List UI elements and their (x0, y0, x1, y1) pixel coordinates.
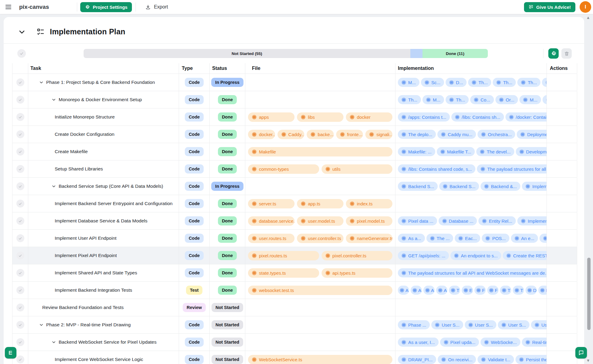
impl-pill[interactable]: Validate t... (478, 355, 514, 364)
impl-pill[interactable]: A (398, 286, 409, 295)
scroll-down-arrow[interactable]: ▼ (585, 359, 591, 362)
impl-pill[interactable]: Makefile: ... (398, 147, 435, 156)
impl-pill[interactable]: Developm... (516, 147, 547, 156)
impl-pill[interactable]: The deplo... (398, 130, 436, 139)
impl-pill[interactable]: DRAW_PI... (398, 355, 436, 364)
impl-pill[interactable]: Eac... (455, 234, 480, 243)
impl-pill[interactable]: The payload structures for all API and W… (398, 268, 547, 277)
impl-pill[interactable]: Phase ... (398, 320, 430, 329)
impl-pill[interactable]: On receivi... (438, 355, 476, 364)
impl-pill[interactable]: A (411, 286, 422, 295)
chevron-down-icon[interactable] (52, 340, 56, 344)
impl-pill[interactable]: Pixel data ... (398, 216, 437, 225)
file-pill[interactable]: libs (297, 112, 343, 122)
file-pill[interactable]: pixel.routes.ts (248, 251, 319, 260)
file-pill[interactable]: utils (322, 164, 393, 174)
chat-button[interactable] (575, 347, 587, 359)
impl-pill[interactable]: Persist the... (515, 355, 547, 364)
impl-pill[interactable]: Co... (470, 95, 494, 104)
impl-pill[interactable]: Database ... (439, 216, 477, 225)
impl-pill[interactable]: Th... (398, 95, 421, 104)
row-check[interactable] (16, 355, 24, 363)
impl-pill[interactable]: T (513, 286, 524, 295)
menu-icon[interactable] (5, 5, 11, 9)
row-check[interactable] (16, 217, 24, 225)
file-pill[interactable]: common-types (248, 164, 319, 174)
impl-pill[interactable]: Create the REST ... (503, 251, 547, 260)
impl-pill[interactable]: GET /api/pixels: ... (398, 251, 449, 260)
file-pill[interactable]: user.model.ts (297, 216, 343, 226)
file-pill[interactable]: backe... (307, 130, 334, 139)
row-check[interactable] (16, 165, 24, 173)
impl-pill[interactable]: Backend S... (398, 182, 438, 191)
impl-pill[interactable]: Implemen... (522, 182, 547, 191)
row-check[interactable] (16, 321, 24, 329)
impl-pill[interactable]: The devel... (476, 147, 514, 156)
impl-pill[interactable]: User S... (531, 320, 547, 329)
chevron-down-icon[interactable] (52, 184, 56, 188)
file-pill[interactable]: nameGenerator.ts (346, 234, 392, 243)
file-pill[interactable]: apps (248, 112, 295, 122)
file-pill[interactable]: Makefile (248, 147, 392, 156)
file-pill[interactable]: app.ts (297, 199, 343, 208)
impl-pill[interactable]: Backend S... (439, 182, 479, 191)
impl-pill[interactable]: User S... (431, 320, 463, 329)
row-check[interactable] (16, 182, 24, 190)
impl-pill[interactable]: /apps: Contains t... (398, 112, 450, 122)
impl-pill[interactable]: /libs: Contains shared code, s... (398, 164, 475, 173)
impl-pill[interactable]: Caddy mu... (437, 130, 476, 139)
scrollbar[interactable]: ▲ ▼ (585, 14, 593, 364)
file-pill[interactable]: websocket.test.ts (248, 286, 392, 295)
file-pill[interactable]: user.routes.ts (248, 234, 295, 243)
impl-pill[interactable]: Th... (468, 78, 491, 87)
row-check[interactable] (16, 252, 24, 259)
impl-pill[interactable]: Deployme... (517, 130, 547, 139)
file-pill[interactable]: docker... (248, 130, 275, 139)
row-check[interactable] (16, 130, 24, 138)
impl-pill[interactable]: Entity Rel... (478, 216, 516, 225)
settings-button[interactable] (548, 48, 559, 59)
avatar[interactable]: I (580, 1, 591, 13)
file-pill[interactable]: Caddy... (278, 130, 305, 139)
project-settings-button[interactable]: Project Settings (80, 2, 132, 12)
impl-pill[interactable]: Im... (542, 78, 547, 87)
file-pill[interactable]: signali... (365, 130, 392, 139)
row-check[interactable] (16, 304, 24, 311)
scroll-up-arrow[interactable]: ▲ (585, 16, 591, 19)
delete-button[interactable] (561, 48, 572, 59)
row-check[interactable] (16, 234, 24, 242)
impl-pill[interactable]: Th... (446, 95, 469, 104)
impl-pill[interactable]: T (449, 286, 460, 295)
file-pill[interactable]: state.types.ts (248, 268, 319, 278)
row-check[interactable] (16, 148, 24, 156)
collapse-chevron-icon[interactable] (18, 28, 26, 36)
row-check[interactable] (16, 200, 24, 208)
impl-pill[interactable]: Cre... (540, 234, 547, 243)
impl-pill[interactable]: Makefile T... (437, 147, 475, 156)
impl-pill[interactable]: Sc... (421, 78, 444, 87)
tree-view-button[interactable] (5, 347, 16, 359)
file-pill[interactable]: docker (346, 112, 392, 122)
impl-pill[interactable]: An endpoint to s... (450, 251, 501, 260)
row-check[interactable] (16, 113, 24, 121)
impl-pill[interactable]: Implemen... (517, 216, 547, 225)
chevron-down-icon[interactable] (39, 323, 43, 327)
scrollbar-thumb[interactable] (587, 258, 591, 330)
impl-pill[interactable]: Orchestra... (478, 130, 515, 139)
impl-pill[interactable]: D... (446, 78, 467, 87)
file-pill[interactable]: pixel.model.ts (346, 216, 392, 226)
impl-pill[interactable]: Real-time ... (522, 338, 547, 347)
chevron-down-icon[interactable] (39, 80, 43, 84)
row-check[interactable] (16, 286, 24, 294)
impl-pill[interactable]: T (500, 286, 511, 295)
impl-pill[interactable]: POS... (482, 234, 509, 243)
impl-pill[interactable]: WebSocke... (481, 338, 520, 347)
impl-pill[interactable]: User S... (465, 320, 496, 329)
impl-pill[interactable]: M... (398, 78, 419, 87)
impl-pill[interactable]: User S... (498, 320, 529, 329)
impl-pill[interactable]: D (526, 286, 537, 295)
impl-pill[interactable]: Pixel upda... (440, 338, 479, 347)
file-pill[interactable]: api.types.ts (322, 268, 393, 278)
impl-pill[interactable]: Th... (543, 95, 547, 104)
impl-pill[interactable]: Th... (493, 78, 516, 87)
